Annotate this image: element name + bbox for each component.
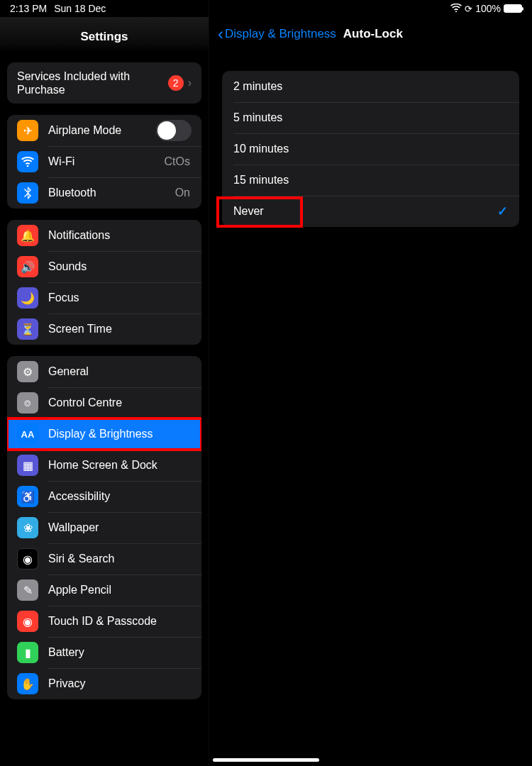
- option-5-minutes[interactable]: 5 minutes: [222, 102, 519, 133]
- group-top: Services Included with Purchase 2 ›: [7, 62, 201, 104]
- home-label: Home Screen & Dock: [48, 459, 192, 472]
- option-label: 15 minutes: [233, 174, 289, 187]
- chevron-right-icon: ›: [188, 77, 192, 89]
- moon-icon: 🌙: [17, 287, 38, 309]
- detail-title: Auto-Lock: [343, 27, 403, 41]
- display-brightness-row[interactable]: AA Display & Brightness: [7, 418, 201, 450]
- privacy-label: Privacy: [48, 677, 192, 690]
- notifications-label: Notifications: [48, 229, 192, 242]
- screen-time-label: Screen Time: [48, 323, 192, 335]
- battery-icon: [504, 4, 522, 13]
- siri-icon: ◉: [17, 548, 38, 570]
- accessibility-row[interactable]: ♿ Accessibility: [7, 481, 201, 512]
- wifi-value: CtOs: [165, 155, 190, 168]
- airplane-mode-row[interactable]: ✈ Airplane Mode: [7, 115, 201, 146]
- checkmark-icon: ✓: [497, 204, 508, 219]
- home-indicator[interactable]: [213, 758, 319, 762]
- wifi-label: Wi-Fi: [48, 155, 165, 168]
- hand-icon: ✋: [17, 673, 38, 694]
- option-10-minutes[interactable]: 10 minutes: [222, 133, 519, 165]
- option-2-minutes[interactable]: 2 minutes: [222, 71, 519, 102]
- wallpaper-label: Wallpaper: [48, 521, 192, 534]
- screen-time-row[interactable]: ⏳ Screen Time: [7, 313, 201, 345]
- option-label: 10 minutes: [233, 143, 289, 155]
- airplane-toggle[interactable]: [156, 120, 192, 141]
- focus-row[interactable]: 🌙 Focus: [7, 282, 201, 313]
- wallpaper-row[interactable]: ❀ Wallpaper: [7, 512, 201, 543]
- auto-lock-options: 2 minutes 5 minutes 10 minutes 15 minute…: [222, 71, 519, 227]
- bluetooth-value: On: [175, 187, 190, 199]
- airplane-icon: ✈: [17, 120, 38, 141]
- option-never[interactable]: Never ✓: [222, 196, 519, 227]
- sounds-label: Sounds: [48, 260, 192, 273]
- option-15-minutes[interactable]: 15 minutes: [222, 165, 519, 196]
- touchid-label: Touch ID & Passcode: [48, 615, 192, 628]
- home-screen-row[interactable]: ▦ Home Screen & Dock: [7, 450, 201, 481]
- siri-row[interactable]: ◉ Siri & Search: [7, 543, 201, 574]
- status-date: Sun 18 Dec: [54, 3, 106, 14]
- orientation-lock-icon: ⟳: [465, 4, 472, 14]
- airplane-label: Airplane Mode: [48, 124, 156, 137]
- wifi-row[interactable]: Wi-Fi CtOs: [7, 146, 201, 177]
- hourglass-icon: ⏳: [17, 318, 38, 340]
- speaker-icon: 🔊: [17, 256, 38, 277]
- wifi-icon: [450, 4, 462, 14]
- back-label: Display & Brightness: [225, 27, 336, 41]
- services-included-row[interactable]: Services Included with Purchase 2 ›: [7, 62, 201, 104]
- general-label: General: [48, 365, 192, 378]
- sidebar-title: Settings: [0, 17, 209, 51]
- detail-pane: ‹ Display & Brightness Auto-Lock 2 minut…: [209, 0, 532, 766]
- wifi-setting-icon: [17, 151, 38, 172]
- bell-icon: 🔔: [17, 225, 38, 246]
- privacy-row[interactable]: ✋ Privacy: [7, 668, 201, 699]
- group-main: ⚙ General ⌾ Control Centre AA Display & …: [7, 356, 201, 699]
- grid-icon: ▦: [17, 455, 38, 476]
- battery-row[interactable]: ▮ Battery: [7, 637, 201, 668]
- text-size-icon: AA: [17, 423, 38, 445]
- services-label: Services Included with Purchase: [17, 62, 168, 104]
- notifications-row[interactable]: 🔔 Notifications: [7, 220, 201, 251]
- display-label: Display & Brightness: [48, 428, 192, 440]
- battery-setting-icon: ▮: [17, 642, 38, 663]
- group-connectivity: ✈ Airplane Mode Wi-Fi CtOs Bluetooth On: [7, 115, 201, 209]
- services-badge: 2: [168, 75, 184, 91]
- control-centre-label: Control Centre: [48, 396, 192, 409]
- accessibility-label: Accessibility: [48, 490, 192, 503]
- sounds-row[interactable]: 🔊 Sounds: [7, 251, 201, 282]
- switches-icon: ⌾: [17, 392, 38, 413]
- option-label: Never: [233, 205, 264, 218]
- bluetooth-label: Bluetooth: [48, 187, 175, 199]
- option-label: 5 minutes: [233, 111, 282, 124]
- back-button[interactable]: ‹ Display & Brightness: [218, 27, 336, 41]
- gear-icon: ⚙: [17, 361, 38, 382]
- battery-label: Battery: [48, 646, 192, 659]
- focus-label: Focus: [48, 292, 192, 304]
- pencil-icon: ✎: [17, 579, 38, 601]
- accessibility-icon: ♿: [17, 486, 38, 507]
- battery-percent: 100%: [475, 3, 501, 14]
- bluetooth-row[interactable]: Bluetooth On: [7, 177, 201, 209]
- sidebar: Settings Services Included with Purchase…: [0, 0, 209, 766]
- pencil-label: Apple Pencil: [48, 584, 192, 596]
- status-time: 2:13 PM: [10, 3, 47, 14]
- status-bar: 2:13 PM Sun 18 Dec ⟳ 100%: [0, 0, 532, 17]
- apple-pencil-row[interactable]: ✎ Apple Pencil: [7, 574, 201, 606]
- detail-header: ‹ Display & Brightness Auto-Lock: [209, 17, 532, 51]
- control-centre-row[interactable]: ⌾ Control Centre: [7, 387, 201, 418]
- flower-icon: ❀: [17, 517, 38, 538]
- group-alerts: 🔔 Notifications 🔊 Sounds 🌙 Focus ⏳ Scree…: [7, 220, 201, 345]
- siri-label: Siri & Search: [48, 553, 192, 565]
- option-label: 2 minutes: [233, 80, 282, 93]
- general-row[interactable]: ⚙ General: [7, 356, 201, 387]
- touch-id-row[interactable]: ◉ Touch ID & Passcode: [7, 606, 201, 637]
- fingerprint-icon: ◉: [17, 611, 38, 632]
- bluetooth-icon: [17, 182, 38, 204]
